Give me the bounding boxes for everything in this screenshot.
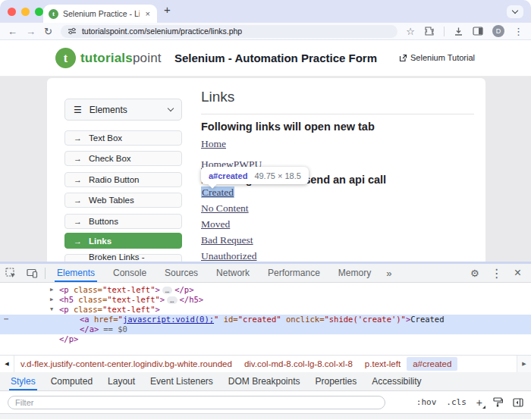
toolbar-actions: ☆ D ⋮ <box>406 25 523 37</box>
expander-closed-icon[interactable]: ▶ <box>50 285 58 295</box>
crumb-scroll-left-icon[interactable]: ◀ <box>0 356 14 372</box>
link-home[interactable]: Home <box>201 138 226 150</box>
chevron-down-icon <box>512 8 518 14</box>
devtools-menu-icon[interactable]: ⋮ <box>491 266 503 281</box>
sidebar-item-text-box[interactable]: → Text Box <box>64 130 182 146</box>
sidebar-item-check-box[interactable]: → Check Box <box>64 151 182 166</box>
device-toolbar-button[interactable] <box>21 264 42 282</box>
breadcrumb-a-created[interactable]: a#created <box>407 357 457 371</box>
sidebar-item-web-tables[interactable]: → Web Tables <box>64 193 182 208</box>
breadcrumb-col-md-8[interactable]: div.col-md-8.col-lg-8.col-xl-8 <box>238 357 359 371</box>
side-panel-icon[interactable] <box>473 27 483 36</box>
tag-close-bracket: > <box>155 305 159 314</box>
brand-wordmark[interactable]: tutorialspoint <box>80 51 162 66</box>
more-tabs-icon[interactable]: » <box>380 268 397 279</box>
browser-tab[interactable]: t Selenium Practice - Links × <box>43 5 157 23</box>
tooltip-dimensions: 49.75 × 18.5 <box>254 171 300 180</box>
tab-event-listeners[interactable]: Event Listeners <box>143 372 221 390</box>
selenium-tutorial-link[interactable]: Selenium Tutorial <box>399 53 475 62</box>
site-settings-icon[interactable] <box>68 27 77 36</box>
devtools-tab-memory[interactable]: Memory <box>329 264 380 282</box>
url-text[interactable]: tutorialspoint.com/selenium/practice/lin… <box>82 27 242 36</box>
breadcrumb-logindiv[interactable]: v.d-flex.justify-content-center.logindiv… <box>14 357 238 371</box>
link-no-content[interactable]: No Content <box>201 202 249 215</box>
collapsed-content-icon[interactable]: … <box>162 287 172 294</box>
show-sidebar-icon[interactable] <box>513 398 523 407</box>
tab-title: Selenium Practice - Links <box>63 9 140 18</box>
dom-row-p-collapsed[interactable]: ▶<p class="text-left">…</p> <box>0 285 531 295</box>
styles-filter-input[interactable] <box>8 396 385 409</box>
dom-row-p-expanded[interactable]: ▼<p class="text-left"> <box>0 305 531 315</box>
link-moved[interactable]: Moved <box>201 218 230 230</box>
tag-open: <a <box>80 315 90 324</box>
devtools-tab-sources[interactable]: Sources <box>156 264 207 282</box>
tab-computed[interactable]: Computed <box>43 372 100 390</box>
close-window-button[interactable] <box>8 8 16 16</box>
profile-avatar[interactable]: D <box>492 25 504 37</box>
devtools-tab-network[interactable]: Network <box>207 264 259 282</box>
attr-value: "text-left" <box>102 285 156 294</box>
attr-name: id= <box>218 315 237 324</box>
brand-word-gray: point <box>133 51 162 65</box>
toggle-classes-button[interactable]: .cls <box>446 397 467 407</box>
collapsed-content-icon[interactable]: … <box>167 296 177 304</box>
inspect-element-button[interactable] <box>0 264 21 282</box>
row-menu-icon[interactable]: ⋯ <box>4 314 9 324</box>
tab-layout[interactable]: Layout <box>100 372 143 390</box>
breadcrumb-p-text-left[interactable]: p.text-left <box>359 357 407 371</box>
browser-menu-icon[interactable]: ⋮ <box>514 27 523 36</box>
tab-close-icon[interactable]: × <box>144 9 152 18</box>
devtools-panel: Elements Console Sources Network Perform… <box>0 262 531 420</box>
tab-search-button[interactable] <box>507 5 523 18</box>
link-created[interactable]: Created <box>201 186 234 199</box>
extensions-icon[interactable] <box>424 26 435 36</box>
tab-properties[interactable]: Properties <box>308 372 365 390</box>
window-controls <box>8 8 43 16</box>
new-tab-button[interactable]: + <box>164 3 171 16</box>
address-bar[interactable]: tutorialspoint.com/selenium/practice/lin… <box>61 25 397 38</box>
minimize-window-button[interactable] <box>21 8 30 16</box>
link-unauthorized[interactable]: Unauthorized <box>201 250 256 262</box>
dom-row-p-close[interactable]: </p> <box>0 334 531 344</box>
tab-strip: t Selenium Practice - Links × + <box>0 0 531 23</box>
expander-closed-icon[interactable]: ▶ <box>50 295 58 305</box>
tag-close-bracket: > <box>160 295 165 304</box>
link-bad-request[interactable]: Bad Request <box>201 234 253 246</box>
href-link-value[interactable]: javascript:void(0); <box>123 315 214 324</box>
maximize-window-button[interactable] <box>35 8 43 16</box>
bookmark-star-icon[interactable]: ☆ <box>406 27 415 36</box>
new-style-rule-icon[interactable]: + <box>476 397 482 408</box>
arrow-right-icon: → <box>74 217 82 226</box>
devtools-close-icon[interactable]: × <box>514 266 521 280</box>
attr-value: "created" <box>238 315 281 324</box>
dom-row-h5-collapsed[interactable]: ▶<h5 class="text-left">…</h5> <box>0 295 531 305</box>
rendering-brush-icon[interactable] <box>492 397 503 407</box>
elements-tree: ▶<p class="text-left">…</p> ▶<h5 class="… <box>0 283 531 355</box>
tutorialspoint-logo[interactable]: t <box>55 48 76 68</box>
tab-styles[interactable]: Styles <box>3 372 43 390</box>
expander-open-icon[interactable]: ▼ <box>50 305 58 315</box>
toolbar-divider <box>444 27 445 36</box>
forward-button[interactable]: → <box>26 27 36 36</box>
download-icon[interactable] <box>454 27 463 36</box>
styles-filter-bar: :hov .cls + <box>0 391 531 413</box>
devtools-tab-performance[interactable]: Performance <box>259 264 329 282</box>
sidebar-item-links[interactable]: → Links <box>64 233 182 249</box>
devtools-tab-elements[interactable]: Elements <box>48 264 104 282</box>
toggle-hover-state-button[interactable]: :hov <box>416 397 437 407</box>
dom-row-selected-anchor[interactable]: ⋯<a href="javascript:void(0);" id="creat… <box>0 315 531 334</box>
attr-name: class= <box>74 295 107 304</box>
content-title: Links <box>201 89 234 105</box>
reload-button[interactable]: ↻ <box>44 27 52 36</box>
settings-gear-icon[interactable]: ⚙ <box>470 268 479 279</box>
back-button[interactable]: ← <box>8 27 17 36</box>
sidebar-item-buttons[interactable]: → Buttons <box>64 214 182 229</box>
sidebar-item-broken-links[interactable]: → Broken Links - Images <box>64 254 182 262</box>
sidebar-item-label: Check Box <box>89 154 131 163</box>
sidebar-item-radio-button[interactable]: → Radio Button <box>64 172 182 187</box>
sidebar-header[interactable]: ☰ Elements <box>64 99 182 121</box>
tab-accessibility[interactable]: Accessibility <box>364 372 429 390</box>
devtools-tab-console[interactable]: Console <box>104 264 156 282</box>
crumb-scroll-right-icon[interactable]: ▶ <box>517 356 531 372</box>
tab-dom-breakpoints[interactable]: DOM Breakpoints <box>221 372 308 390</box>
